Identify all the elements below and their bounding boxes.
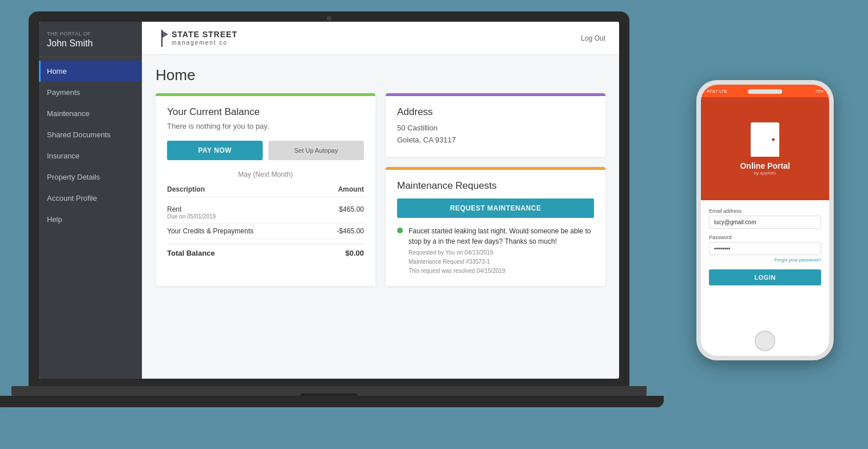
main-content: STATE STREET management co Log Out Home	[142, 22, 619, 379]
brand-sub-text: management co	[172, 39, 237, 46]
logo-wrapper: STATE STREET management co	[156, 30, 237, 47]
sidebar-user-name: John Smith	[47, 38, 134, 49]
pay-now-button[interactable]: Pay Now	[167, 141, 263, 160]
setup-autopay-button[interactable]: Set Up Autopay	[268, 141, 364, 160]
maintenance-item: Faucet started leaking last night. Would…	[397, 226, 594, 276]
balance-card-body: Your Current Balance There is nothing fo…	[156, 96, 375, 268]
maintenance-item-text: Faucet started leaking last night. Would…	[409, 226, 594, 247]
page-body: Home Your Current Balance There is nothi…	[142, 55, 619, 379]
address-card: Address 50 Castillion Goleta, CA 93117	[386, 93, 605, 157]
sidebar-item-insurance[interactable]: Insurance	[39, 145, 142, 166]
sidebar-item-home[interactable]: Home	[39, 61, 142, 82]
phone-carrier: AT&T LTE	[707, 89, 727, 94]
brand-name-text: STATE STREET	[172, 30, 237, 39]
phone-home-button[interactable]	[755, 331, 775, 351]
right-cards: Address 50 Castillion Goleta, CA 93117	[386, 93, 605, 286]
maintenance-item-meta: Requested by You on 04/13/2019 Maintenan…	[409, 248, 594, 276]
phone-inner: AT&T LTE 2:28 PM 76% Online Portal by ap…	[701, 85, 829, 356]
sidebar-item-help[interactable]: Help	[39, 209, 142, 230]
phone-hero: Online Portal by appfolio	[701, 97, 829, 200]
maintenance-card-body: Maintenance Requests Request Maintenance…	[386, 170, 605, 286]
laptop-frame: THE PORTAL OF John Smith Home Payments M…	[29, 11, 629, 423]
month-label: May (Next Month)	[167, 170, 364, 178]
svg-rect-0	[161, 30, 162, 47]
table-row: Rent Due on 05/01/2019 $465.00	[167, 202, 364, 224]
row-rent-due: Due on 05/01/2019	[167, 213, 216, 220]
balance-card: Your Current Balance There is nothing fo…	[156, 93, 375, 286]
row-credits-label: Your Credits & Prepayments	[167, 227, 253, 235]
phone-notch	[748, 89, 782, 94]
sidebar-item-maintenance[interactable]: Maintenance	[39, 103, 142, 124]
phone-door-icon	[751, 122, 779, 157]
row-rent-label: Rent	[167, 205, 216, 213]
phone-password-input[interactable]	[709, 242, 821, 255]
phone-password-label: Password	[709, 235, 821, 240]
row-description: Rent Due on 05/01/2019	[167, 205, 216, 220]
total-label: Total Balance	[167, 249, 215, 257]
request-maintenance-button[interactable]: Request Maintenance	[397, 198, 594, 218]
sidebar-nav: Home Payments Maintenance Shared Documen…	[39, 57, 142, 379]
address-card-body: Address 50 Castillion Goleta, CA 93117	[386, 96, 605, 157]
laptop-top: THE PORTAL OF John Smith Home Payments M…	[29, 11, 629, 389]
laptop-screen: THE PORTAL OF John Smith Home Payments M…	[39, 22, 619, 379]
topbar: STATE STREET management co Log Out	[142, 22, 619, 55]
phone-email-label: Email address	[709, 208, 821, 214]
phone-portal-sub: by appfolio	[754, 170, 776, 176]
phone-portal-title: Online Portal	[740, 161, 790, 170]
sidebar-header: THE PORTAL OF John Smith	[39, 22, 142, 57]
logout-button[interactable]: Log Out	[581, 34, 605, 42]
col-amount: Amount	[338, 185, 364, 193]
maintenance-item-content: Faucet started leaking last night. Would…	[409, 226, 594, 276]
maintenance-card: Maintenance Requests Request Maintenance…	[386, 167, 605, 286]
total-amount: $0.00	[345, 249, 364, 257]
laptop-base	[0, 396, 664, 407]
laptop-camera	[327, 16, 331, 21]
table-row: Your Credits & Prepayments -$465.00	[167, 224, 364, 239]
phone-login-button[interactable]: Login	[709, 269, 821, 285]
sidebar-portal-label: THE PORTAL OF	[47, 31, 134, 37]
sidebar: THE PORTAL OF John Smith Home Payments M…	[39, 22, 142, 379]
col-description: Description	[167, 185, 205, 193]
maintenance-title: Maintenance Requests	[397, 180, 594, 192]
balance-card-title: Your Current Balance	[167, 106, 364, 118]
cards-row: Your Current Balance There is nothing fo…	[156, 93, 605, 286]
address-title: Address	[397, 106, 594, 118]
balance-table-header: Description Amount	[167, 185, 364, 197]
row-credits-amount: -$465.00	[337, 227, 364, 235]
phone-frame: AT&T LTE 2:28 PM 76% Online Portal by ap…	[696, 80, 834, 360]
row-rent-amount: $465.00	[339, 205, 364, 220]
address-line1: 50 Castillion Goleta, CA 93117	[397, 122, 594, 146]
balance-btn-row: Pay Now Set Up Autopay	[167, 141, 364, 160]
sidebar-item-payments[interactable]: Payments	[39, 82, 142, 103]
phone-email-input[interactable]	[709, 216, 821, 229]
sidebar-item-property-details[interactable]: Property Details	[39, 166, 142, 188]
status-dot-icon	[397, 228, 403, 233]
brand-logo-icon	[156, 30, 169, 47]
phone-battery: 76%	[815, 89, 823, 93]
sidebar-item-shared-documents[interactable]: Shared Documents	[39, 124, 142, 145]
balance-card-subtitle: There is nothing for you to pay.	[167, 121, 364, 132]
total-row: Total Balance $0.00	[167, 244, 364, 257]
brand-name: STATE STREET management co	[172, 30, 237, 45]
sidebar-item-account-profile[interactable]: Account Profile	[39, 188, 142, 209]
page-title: Home	[156, 66, 605, 84]
phone-forgot-password[interactable]: Forgot your password?	[709, 257, 821, 263]
